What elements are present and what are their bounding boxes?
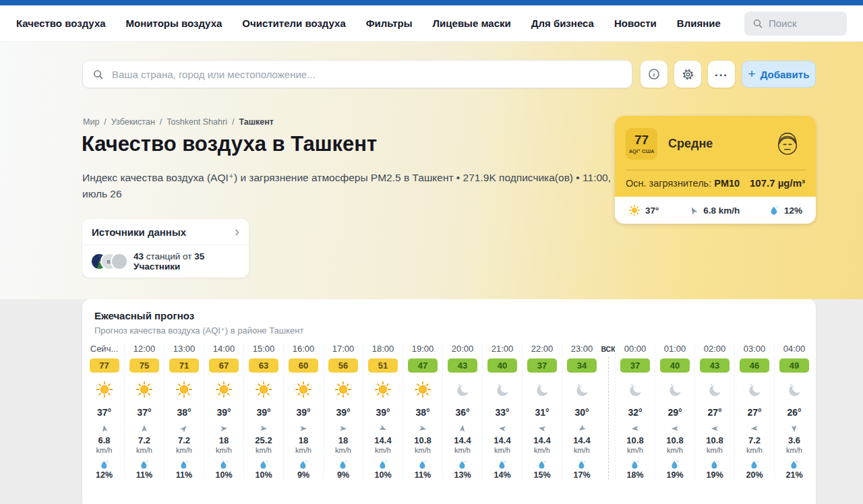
forecast-temperature: 36° (455, 407, 469, 418)
nav-item-for-business[interactable]: Для бизнеса (531, 18, 594, 29)
breadcrumb-world[interactable]: Мир (83, 117, 99, 127)
breadcrumb-country[interactable]: Узбекистан (111, 117, 155, 127)
humidity-value: 11% (415, 470, 431, 480)
forecast-temperature: 26° (787, 407, 801, 418)
wind-direction-icon (457, 423, 468, 434)
info-button[interactable] (641, 61, 667, 88)
humidity-stat: 12% (769, 205, 802, 216)
forecast-weather-icon (215, 381, 233, 398)
forecast-humidity: 14% (494, 460, 510, 480)
wind-speed-unit: km/h (415, 446, 431, 454)
forecast-wind-speed: 6.8 (98, 435, 110, 445)
forecast-aqi-badge: 40 (660, 358, 690, 373)
wind-direction-icon (177, 422, 191, 435)
data-sources-summary[interactable]: B/ 43 станций от 35 Участники (82, 245, 249, 278)
concentration-unit: µg/m³ (775, 177, 805, 189)
forecast-aqi-badge: 49 (779, 358, 809, 373)
forecast-temperature: 39° (336, 407, 350, 418)
forecast-aqi-badge: 46 (740, 358, 769, 373)
forecast-wind-speed: 3.6 (788, 435, 800, 445)
humidity-value: 13% (454, 470, 471, 480)
humidity-icon (100, 460, 109, 470)
weather-strip: 37° 6.8 km/h 12% (615, 197, 816, 224)
sun-icon (374, 381, 392, 398)
forecast-aqi-badge: 40 (487, 358, 517, 373)
sun-icon (628, 204, 641, 216)
wind-direction-icon (258, 423, 268, 433)
nav-item-impact[interactable]: Влияние (677, 18, 721, 29)
forecast-weather-icon (626, 381, 644, 398)
wind-speed-unit: km/h (176, 446, 192, 454)
forecast-time: Сейч... (90, 344, 119, 354)
temperature-value: 37° (645, 206, 659, 216)
nav-item-air-monitors[interactable]: Мониторы воздуха (126, 18, 222, 29)
humidity-value: 19% (706, 470, 723, 480)
forecast-time: 18:00 (372, 344, 394, 354)
forecast-column: 04:00 49 26° 3.6 km/h 21% (774, 344, 814, 480)
location-search-input[interactable] (111, 68, 622, 81)
wind-speed-unit: km/h (574, 446, 590, 454)
nav-item-filters[interactable]: Фильтры (366, 18, 413, 29)
sun-icon (175, 381, 193, 398)
forecast-column: 15:00 63 39° 25.2 km/h 10% (243, 344, 283, 480)
breadcrumb-region[interactable]: Toshkent Shahri (167, 117, 227, 127)
forecast-column: 13:00 71 38° 7.2 km/h 11% (164, 344, 204, 480)
nav-search-box[interactable]: Поиск (744, 11, 847, 36)
humidity-value: 10% (374, 470, 391, 480)
forecast-wind-speed: 7.2 (748, 435, 761, 445)
forecast-time: 20:00 (452, 344, 474, 354)
day-divider-label: вск (601, 344, 615, 354)
forecast-column: 18:00 51 39° 14.4 km/h 10% (363, 344, 403, 480)
humidity-value: 9% (297, 470, 309, 480)
forecast-wind-speed: 10.8 (706, 435, 723, 445)
subtitle-line1: Индекс качества воздуха (AQI⁺) и загрязн… (82, 172, 611, 183)
add-button[interactable]: + Добавить (742, 61, 816, 88)
humidity-value: 10% (215, 470, 232, 480)
more-options-button[interactable]: ... (708, 61, 735, 88)
forecast-wind-speed: 25.2 (255, 435, 272, 445)
forecast-table[interactable]: Сейч... 77 37° 6.8 km/h 12% 12:00 75 (82, 344, 816, 480)
wind-speed-unit: km/h (707, 446, 723, 454)
settings-button[interactable] (674, 61, 701, 88)
aqi-summary-card: 77 AQI⁺ США Средне Осн. загрязнитель: PM… (615, 116, 816, 224)
wind-speed-unit: km/h (335, 446, 351, 454)
location-search-bar[interactable] (82, 60, 632, 88)
search-icon (752, 18, 763, 29)
day-divider: вск (601, 344, 615, 480)
nav-item-air-purifiers[interactable]: Очистители воздуха (242, 18, 345, 29)
forecast-wind-speed: 7.2 (178, 435, 190, 445)
nav-item-face-masks[interactable]: Лицевые маски (433, 18, 511, 29)
humidity-icon (458, 460, 467, 470)
nav-item-news[interactable]: Новости (614, 18, 657, 29)
wind-direction-icon (377, 422, 390, 435)
forecast-column: 03:00 46 27° 7.2 km/h 20% (734, 344, 774, 480)
stations-count: 43 (133, 251, 144, 261)
forecast-temperature: 39° (376, 407, 390, 418)
forecast-aqi-badge: 75 (129, 358, 159, 373)
forecast-wind-speed: 14.4 (454, 435, 471, 445)
forecast-temperature: 30° (574, 407, 589, 418)
forecast-humidity: 11% (415, 460, 431, 480)
forecast-wind-speed: 7.2 (138, 435, 150, 445)
sun-icon (334, 381, 352, 398)
forecast-wind-speed: 18 (299, 435, 308, 445)
wind-direction-icon (789, 423, 799, 433)
wind-speed-unit: km/h (256, 446, 272, 454)
humidity-value: 14% (494, 470, 510, 480)
forecast-humidity: 13% (454, 460, 471, 480)
humidity-icon (750, 460, 759, 470)
forecast-aqi-badge: 37 (620, 358, 650, 373)
stations-mid-text: станций от (144, 251, 194, 261)
forecast-wind-speed: 18 (219, 435, 229, 445)
forecast-subtitle: Прогноз качества воздуха (AQI⁺) в районе… (94, 325, 816, 336)
aqi-level-label: Средне (668, 137, 770, 151)
wind-speed-unit: km/h (375, 446, 391, 454)
forecast-humidity: 19% (666, 460, 683, 480)
humidity-icon (577, 460, 587, 470)
aqi-value-badge: 77 AQI⁺ США (626, 128, 657, 160)
info-icon (647, 67, 661, 81)
nav-item-air-quality[interactable]: Качество воздуха (16, 18, 106, 29)
data-sources-header[interactable]: Источники данных › (82, 219, 249, 245)
forecast-humidity: 11% (136, 460, 152, 480)
forecast-wind-speed: 10.8 (666, 435, 683, 445)
